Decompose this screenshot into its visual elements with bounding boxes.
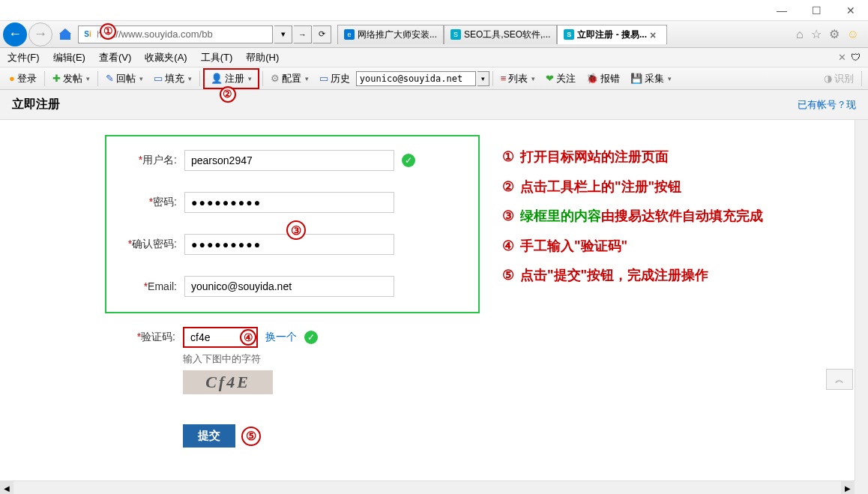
window-titlebar: — ☐ ✕ — [0, 0, 868, 21]
toolbar-email-input[interactable] — [356, 71, 476, 86]
captcha-image[interactable]: Cf4E — [183, 370, 273, 394]
toolbar-login[interactable]: ●登录 — [4, 70, 41, 88]
page-content: *用户名: ✓ *密码: ③ *确认密码: *Email: *验证码: ④ 换一… — [0, 120, 868, 487]
tab-label: SEO工具,SEO软件,... — [464, 28, 550, 41]
browser-tabs: e 网络推广大师安装... S SEO工具,SEO软件,... S 立即注册 -… — [337, 25, 795, 44]
gear-icon[interactable]: ⚙ — [829, 27, 840, 41]
url-dropdown[interactable]: ▾ — [274, 25, 292, 43]
menu-view[interactable]: 查看(V) — [99, 51, 131, 64]
toolbar-follow[interactable]: ❤关注 — [541, 70, 580, 88]
address-bar[interactable]: Si h ① — [78, 25, 273, 43]
scroll-corner — [855, 481, 868, 494]
toolbar-reply[interactable]: ✎回帖▾ — [101, 70, 148, 88]
submit-button[interactable]: 提交 — [183, 424, 235, 448]
menu-help[interactable]: 帮助(H) — [246, 51, 279, 64]
url-refresh-button[interactable]: ⟳ — [313, 25, 331, 43]
ie-icon: e — [344, 29, 355, 40]
instruction-panel: ①打开目标网站的注册页面 ②点击工具栏上的"注册"按钮 ③绿框里的内容由搜易达软… — [502, 142, 763, 291]
svg-rect-0 — [60, 33, 70, 40]
window-maximize[interactable]: ☐ — [799, 0, 834, 21]
navbar-right: ⌂ ☆ ⚙ ☺ — [796, 27, 865, 41]
menu-bar: 文件(F) 编辑(E) 查看(V) 收藏夹(A) 工具(T) 帮助(H) ✕ 🛡 — [0, 48, 868, 67]
annotation-5: ⑤ — [241, 427, 261, 446]
tab-label: 网络推广大师安装... — [358, 28, 437, 41]
confirm-password-label: *确认密码: — [117, 238, 177, 251]
svg-marker-1 — [59, 28, 71, 34]
menu-edit[interactable]: 编辑(E) — [53, 51, 85, 64]
horizontal-scrollbar[interactable]: ◀ ▶ — [0, 481, 855, 494]
home-icon[interactable]: ⌂ — [796, 28, 804, 41]
close-icon[interactable]: ✕ — [838, 52, 846, 63]
toolbar-detect[interactable]: ◑识别 — [819, 70, 858, 88]
email-input[interactable] — [184, 276, 394, 297]
has-account-link[interactable]: 已有帐号？现 — [798, 98, 856, 112]
window-minimize[interactable]: — — [765, 0, 799, 21]
toolbar-post[interactable]: ✚发帖▾ — [48, 70, 94, 88]
url-input[interactable] — [102, 28, 269, 40]
password-label: *密码: — [117, 196, 177, 209]
toolbar-history[interactable]: ▭历史 — [315, 70, 355, 88]
menu-tools[interactable]: 工具(T) — [201, 51, 233, 64]
toolbar-email-dropdown[interactable]: ▾ — [477, 71, 489, 86]
toolbar-register[interactable]: 👤注册▾ — [206, 70, 256, 88]
annotation-3: ③ — [286, 220, 306, 240]
tab-0[interactable]: e 网络推广大师安装... — [337, 25, 444, 44]
toolbar-list[interactable]: ≡列表▾ — [496, 70, 540, 88]
tab-close-icon[interactable]: × — [650, 29, 660, 40]
app-toolbar: ●登录 ✚发帖▾ ✎回帖▾ ▭填充▾ 👤注册▾ ② ⚙配置▾ ▭历史 ▾ ≡列表… — [0, 67, 868, 90]
smiley-icon[interactable]: ☺ — [847, 28, 859, 41]
toolbar-collect[interactable]: 💾采集▾ — [626, 70, 676, 88]
toolbar-bug[interactable]: 🐞报错 — [582, 70, 624, 88]
site-favicon: Si — [82, 28, 94, 40]
check-icon: ✓ — [402, 154, 415, 167]
site-icon: S — [564, 29, 574, 40]
email-label: *Email: — [117, 280, 177, 292]
home-icon[interactable] — [57, 26, 73, 43]
annotation-1: ① — [100, 23, 116, 40]
window-close[interactable]: ✕ — [834, 0, 868, 21]
site-icon: S — [450, 29, 461, 40]
menu-file[interactable]: 文件(F) — [7, 51, 40, 64]
tab-1[interactable]: S SEO工具,SEO软件,... — [444, 25, 557, 44]
captcha-label: *验证码: — [115, 331, 175, 344]
captcha-hint: 输入下图中的字符 — [183, 352, 868, 366]
password-input[interactable] — [184, 192, 394, 213]
settings-badge-icon[interactable]: 🛡 — [851, 52, 861, 63]
menu-favorites[interactable]: 收藏夹(A) — [145, 51, 187, 64]
scroll-to-top-button[interactable]: ︽ — [826, 369, 853, 390]
vertical-scrollbar[interactable] — [855, 120, 868, 481]
annotation-2: ② — [220, 86, 236, 103]
annotation-4: ④ — [240, 329, 256, 346]
tab-2[interactable]: S 立即注册 - 搜易... × — [557, 25, 667, 44]
page-title: 立即注册 — [12, 97, 60, 112]
captcha-refresh-link[interactable]: 换一个 — [265, 331, 297, 344]
nav-back-button[interactable]: ← — [3, 22, 27, 46]
url-go-button[interactable]: → — [294, 25, 312, 43]
autofill-highlight-box: *用户名: ✓ *密码: ③ *确认密码: *Email: — [105, 135, 480, 313]
username-label: *用户名: — [117, 154, 177, 167]
page-header: 立即注册 已有帐号？现 — [0, 90, 868, 120]
check-icon: ✓ — [304, 331, 318, 344]
username-input[interactable] — [184, 150, 394, 171]
toolbar-config[interactable]: ⚙配置▾ — [266, 70, 313, 88]
browser-navbar: ← → Si h ① ▾ → ⟳ e 网络推广大师安装... S SEO工具,S… — [0, 21, 868, 48]
scroll-left-icon[interactable]: ◀ — [0, 481, 13, 494]
scroll-right-icon[interactable]: ▶ — [841, 481, 855, 494]
nav-forward-button[interactable]: → — [28, 22, 52, 46]
star-icon[interactable]: ☆ — [811, 27, 822, 41]
tab-label: 立即注册 - 搜易... — [577, 28, 647, 41]
toolbar-fill[interactable]: ▭填充▾ — [149, 70, 196, 88]
